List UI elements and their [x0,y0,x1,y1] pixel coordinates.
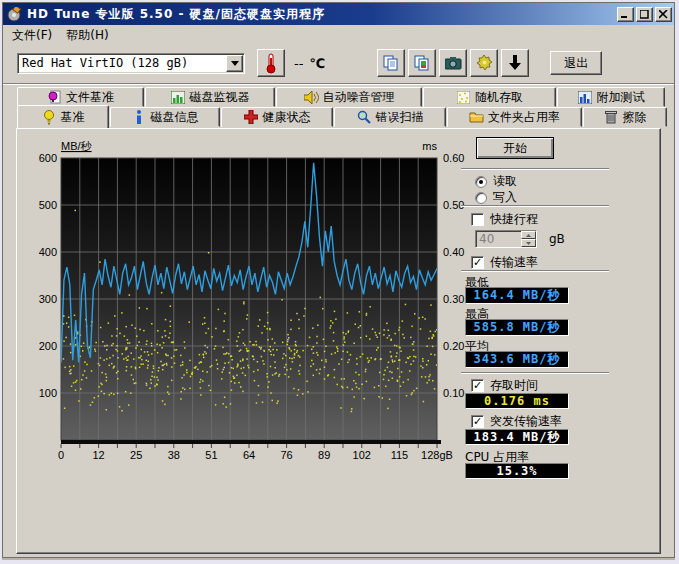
capacity-stepper[interactable]: 40 [475,230,537,248]
copy-text-button[interactable] [377,49,405,77]
tab-error-scan[interactable]: 错误扫描 [334,107,446,127]
tab-label: 磁盘监视器 [190,89,250,106]
tab-label: 错误扫描 [376,109,424,126]
minimum-value: 164.4 MB/秒 [465,287,569,304]
tab-acoustic-management[interactable]: 自动噪音管理 [276,87,422,107]
tab-file-benchmark[interactable]: 文件基准 [17,87,144,107]
info-icon [132,110,147,124]
separator [461,372,609,374]
average-value: 343.6 MB/秒 [465,351,569,368]
capacity-value: 40 [476,232,521,246]
svg-text:0.10: 0.10 [443,387,464,399]
down-arrow-icon [508,55,522,71]
trash-icon [604,110,619,124]
svg-text:25: 25 [130,449,142,461]
maximum-value: 585.8 MB/秒 [465,319,569,336]
hdtune-window: HD Tune 专业版 5.50 - 硬盘/固态硬盘实用程序 文件(F) 帮助(… [2,2,675,558]
title-bar[interactable]: HD Tune 专业版 5.50 - 硬盘/固态硬盘实用程序 [3,3,674,25]
svg-text:0.20: 0.20 [443,340,464,352]
svg-text:ms: ms [422,140,437,152]
separator [461,205,609,207]
temperature-unit: ℃ [309,56,325,71]
tab-label: 文件夹占用率 [488,109,560,126]
close-button[interactable] [655,7,672,22]
gear-icon [476,55,492,71]
minimize-button[interactable] [617,7,634,22]
tab-random-access[interactable]: 随机存取 [423,87,556,107]
read-radio-label: 读取 [493,173,517,190]
tab-erase[interactable]: 擦除 [583,107,667,127]
separator [461,168,609,170]
svg-text:500: 500 [39,199,57,211]
thermometer-icon [265,52,277,74]
svg-text:38: 38 [168,449,180,461]
spin-up-icon[interactable] [521,231,536,239]
checkbox-checked-icon: ✓ [471,415,484,428]
app-icon [7,7,22,22]
burst-rate-label: 突发传输速率 [490,413,562,430]
tab-benchmark[interactable]: 基准 [17,105,109,128]
menu-file[interactable]: 文件(F) [5,25,59,46]
svg-text:400: 400 [39,246,57,258]
svg-text:0.60: 0.60 [443,152,464,164]
drive-select-value: Red Hat VirtIO (128 gB) [18,56,226,70]
access-time-value: 0.176 ms [465,393,569,409]
x-axis-line [61,440,441,444]
svg-text:200: 200 [39,340,57,352]
tab-label: 自动噪音管理 [323,89,395,106]
copy-image-icon [414,55,430,71]
svg-text:0.40: 0.40 [443,246,464,258]
cpu-usage-value: 15.3% [465,463,569,479]
tab-label: 基准 [61,109,85,126]
disk-monitor-icon [171,90,186,104]
drive-select[interactable]: Red Hat VirtIO (128 gB) [17,53,245,74]
exit-button[interactable]: 退出 [550,51,602,75]
temperature-button[interactable] [257,49,285,77]
svg-text:0: 0 [58,449,64,461]
write-radio[interactable]: 写入 [475,189,517,206]
exit-button-label: 退出 [564,55,588,72]
short-stroke-label: 快捷行程 [490,211,538,228]
copy-image-button[interactable] [408,49,436,77]
access-time-checkbox[interactable]: ✓ 存取时间 [471,377,538,394]
transfer-rate-checkbox[interactable]: ✓ 传输速率 [471,254,538,271]
svg-text:102: 102 [353,449,371,461]
tab-label: 随机存取 [475,89,523,106]
checkbox-unchecked-icon [471,213,484,226]
transfer-rate-label: 传输速率 [490,254,538,271]
spin-down-icon[interactable] [521,239,536,247]
menu-bar: 文件(F) 帮助(H) [3,25,674,45]
tab-disk-monitor[interactable]: 磁盘监视器 [145,87,275,107]
tab-label: 文件基准 [66,89,114,106]
tab-label: 健康状态 [263,109,311,126]
chevron-down-icon[interactable] [226,55,243,72]
benchmark-icon [42,110,57,124]
read-radio[interactable]: 读取 [475,173,517,190]
separator [461,270,609,272]
tab-disk-info[interactable]: 磁盘信息 [110,107,220,127]
start-button[interactable]: 开始 [476,137,554,159]
tab-label: 附加测试 [597,89,645,106]
camera-icon [445,57,462,70]
screenshot-button[interactable] [439,49,467,77]
menu-help[interactable]: 帮助(H) [59,25,115,46]
maximize-button[interactable] [636,7,653,22]
tab-folder-usage[interactable]: 文件夹占用率 [447,107,582,127]
burst-rate-checkbox[interactable]: ✓ 突发传输速率 [471,413,562,430]
radio-selected-icon [475,176,487,188]
checkbox-checked-icon: ✓ [471,256,484,269]
benchmark-chart: 6005004003002001000.600.500.400.300.200.… [19,137,474,467]
tab-extra-tests[interactable]: 附加测试 [557,87,665,107]
toolbar: Red Hat VirtIO (128 gB) -- ℃ 退出 [3,45,674,81]
svg-text:600: 600 [39,152,57,164]
tab-health[interactable]: 健康状态 [221,107,333,127]
tab-label: 擦除 [623,109,647,126]
tab-row-primary: 基准 磁盘信息 健康状态 错误扫描 文件夹占用率 擦除 [3,107,674,128]
toolbar-separator [3,83,674,85]
options-button[interactable] [470,49,498,77]
save-results-button[interactable] [501,49,529,77]
health-cross-icon [244,110,259,124]
short-stroke-checkbox[interactable]: 快捷行程 [471,211,538,228]
tab-label: 磁盘信息 [151,109,199,126]
write-radio-label: 写入 [493,189,517,206]
